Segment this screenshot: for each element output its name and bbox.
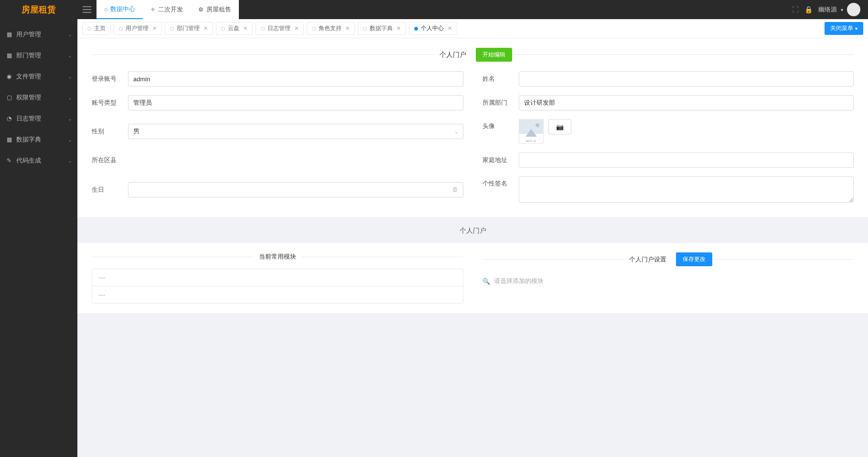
- current-modules-title: 当前常用模块: [253, 252, 302, 261]
- label-name: 姓名: [482, 75, 511, 83]
- tab-dot-icon: [261, 27, 265, 31]
- close-icon[interactable]: ✕: [448, 25, 452, 32]
- sidebar-item-file-mgmt[interactable]: ◉ 文件管理 ⌄: [0, 66, 77, 87]
- select-value: 男: [133, 127, 139, 136]
- nav-tab-data-center[interactable]: ⌂ 数据中心: [96, 0, 143, 19]
- avatar-placeholder-text: ant.d: [526, 139, 536, 142]
- label-account-type: 账号类型: [92, 98, 120, 107]
- sidebar-item-data-dict[interactable]: ▦ 数据字典 ⌄: [0, 129, 77, 150]
- top-nav-tabs: ⌂ 数据中心 ✧ 二次开发 ⚙ 房屋租售: [96, 0, 239, 19]
- lock-icon[interactable]: 🔒: [804, 6, 813, 13]
- profile-panel: 个人门户 开始编辑 登录账号 姓名 账号类型 所属部门: [77, 38, 868, 217]
- chevron-down-icon: ⌄: [68, 158, 72, 163]
- tab-label: 用户管理: [126, 24, 149, 33]
- chevron-down-icon: ▾: [841, 7, 843, 12]
- square-icon: ▢: [6, 94, 12, 101]
- tab-dot-icon: [87, 27, 91, 31]
- pencil-icon: ✎: [6, 157, 12, 164]
- chevron-down-icon: ⌄: [68, 137, 72, 142]
- sidebar-item-dept-mgmt[interactable]: ▦ 部门管理 ⌄: [0, 45, 77, 66]
- tab-cloud-disk[interactable]: 云盘 ✕: [216, 22, 253, 35]
- portal-title: 个人门户: [460, 227, 486, 234]
- row-account-type: 账号类型: [92, 95, 463, 110]
- tab-dept-mgmt[interactable]: 部门管理 ✕: [165, 22, 213, 35]
- gender-select[interactable]: 男 ⌄: [128, 124, 463, 139]
- label-area: 所在区县: [92, 156, 120, 164]
- nav-tab-secondary-dev[interactable]: ✧ 二次开发: [143, 0, 191, 19]
- sun-icon: [536, 123, 539, 127]
- sidebar-item-perm-mgmt[interactable]: ▢ 权限管理 ⌄: [0, 87, 77, 108]
- fullscreen-icon[interactable]: ⛶: [792, 6, 799, 13]
- birthday-datepicker[interactable]: 🗓: [128, 182, 463, 197]
- tab-dot-icon: [170, 27, 174, 31]
- menu-toggle[interactable]: [77, 0, 96, 19]
- nav-tab-label: 数据中心: [110, 5, 135, 13]
- label-login-account: 登录账号: [92, 75, 120, 83]
- login-account-input[interactable]: [128, 71, 463, 87]
- tab-role-support[interactable]: 角色支持 ✕: [307, 22, 355, 35]
- department-input[interactable]: [519, 95, 854, 110]
- sidebar-item-label: 文件管理: [16, 72, 41, 81]
- sidebar-item-user-mgmt[interactable]: ▦ 用户管理 ⌄: [0, 24, 77, 45]
- top-right: ⛶ 🔒 幽络源 ▾: [792, 0, 868, 19]
- top-header: 房屋租赁 ⌂ 数据中心 ✧ 二次开发 ⚙ 房屋租售 ⛶ 🔒 幽络源 ▾: [0, 0, 868, 19]
- label-avatar: 头像: [482, 119, 511, 131]
- account-type-input[interactable]: [128, 95, 463, 110]
- sidebar-item-label: 数据字典: [16, 135, 41, 144]
- sidebar-item-code-gen[interactable]: ✎ 代码生成 ⌄: [0, 150, 77, 171]
- tab-dot-icon: [221, 27, 225, 31]
- sidebar-item-label: 部门管理: [16, 51, 41, 60]
- close-icon[interactable]: ✕: [396, 25, 401, 32]
- circle-icon: ◉: [6, 73, 12, 80]
- tabs-bar: 主页 用户管理 ✕ 部门管理 ✕ 云盘 ✕ 日志管理 ✕: [77, 19, 868, 38]
- sidebar-item-log-mgmt[interactable]: ◔ 日志管理 ⌄: [0, 108, 77, 129]
- row-birthday: 生日 🗓: [92, 176, 463, 203]
- nav-tab-label: 二次开发: [158, 5, 183, 14]
- save-button[interactable]: 保存更改: [676, 252, 712, 266]
- signature-textarea[interactable]: [519, 176, 854, 203]
- hamburger-icon: [83, 6, 91, 13]
- tab-user-mgmt[interactable]: 用户管理 ✕: [114, 22, 162, 35]
- chevron-down-icon: ⌄: [68, 95, 72, 100]
- name-input[interactable]: [519, 71, 854, 87]
- add-module-select[interactable]: 🔍 请选择添加的模块: [482, 274, 854, 288]
- user-name: 幽络源: [818, 5, 837, 14]
- portal-settings-col: 个人门户设置 保存更改 🔍 请选择添加的模块: [482, 252, 854, 304]
- close-icon[interactable]: ✕: [294, 25, 299, 32]
- avatar: [847, 3, 860, 16]
- nav-tab-house-rent[interactable]: ⚙ 房屋租售: [191, 0, 239, 19]
- tab-label: 部门管理: [177, 24, 200, 33]
- tab-dot-icon: [119, 27, 123, 31]
- label-birthday: 生日: [92, 185, 120, 194]
- avatar-box: ant.d 📷: [519, 119, 571, 144]
- list-item[interactable]: ---: [92, 286, 463, 303]
- tab-data-dict[interactable]: 数据字典 ✕: [358, 22, 406, 35]
- home-address-input[interactable]: [519, 152, 854, 168]
- tab-personal-center[interactable]: 个人中心 ✕: [409, 22, 457, 35]
- close-icon[interactable]: ✕: [152, 25, 157, 32]
- tab-home[interactable]: 主页: [82, 22, 111, 35]
- row-name: 姓名: [482, 71, 854, 87]
- list-item[interactable]: ---: [92, 269, 463, 286]
- chevron-down-icon: ▾: [855, 26, 857, 31]
- chevron-down-icon: ⌄: [68, 53, 72, 58]
- upload-avatar-button[interactable]: 📷: [548, 119, 571, 134]
- close-icon[interactable]: ✕: [204, 25, 208, 32]
- portal-settings-header: 个人门户设置 保存更改: [482, 252, 854, 266]
- button-label: 关闭菜单: [830, 24, 853, 33]
- calendar-icon: 🗓: [452, 186, 458, 193]
- tab-log-mgmt[interactable]: 日志管理 ✕: [256, 22, 304, 35]
- close-icon[interactable]: ✕: [243, 25, 247, 32]
- portal-divider: 个人门户: [77, 217, 868, 243]
- module-list: --- ---: [92, 269, 463, 304]
- close-icon[interactable]: ✕: [345, 25, 350, 32]
- edit-button[interactable]: 开始编辑: [476, 48, 512, 62]
- user-menu[interactable]: 幽络源 ▾: [818, 3, 860, 16]
- portal-settings-title: 个人门户设置: [623, 255, 672, 264]
- chevron-down-icon: ⌄: [68, 116, 72, 121]
- current-modules-header: 当前常用模块: [92, 252, 463, 261]
- portal-settings-panel: 当前常用模块 --- --- 个人门户设置 保存更改 🔍 请选择添加的模块: [77, 243, 868, 313]
- close-menu-button[interactable]: 关闭菜单 ▾: [825, 22, 863, 35]
- section-title: 个人门户: [434, 51, 472, 59]
- tab-label: 云盘: [228, 24, 239, 33]
